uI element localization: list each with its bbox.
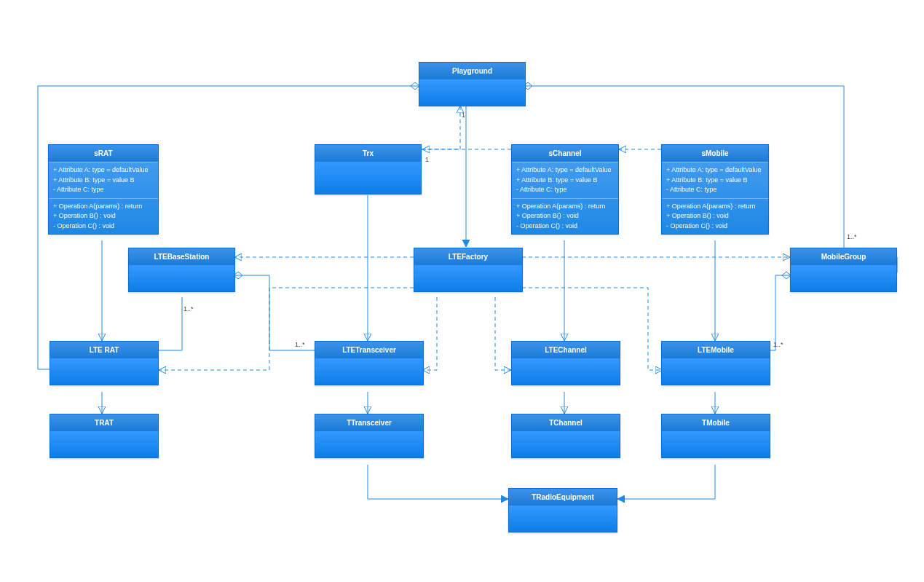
class-srat[interactable]: sRAT + Attribute A: type = defaultValue … [48, 144, 159, 235]
multiplicity: 1..* [183, 305, 194, 312]
class-playground[interactable]: Playground [419, 62, 526, 106]
class-title: sMobile [662, 145, 768, 162]
class-smobile[interactable]: sMobile + Attribute A: type = defaultVal… [661, 144, 769, 235]
multiplicity: 1 [462, 111, 465, 119]
class-tchannel[interactable]: TChannel [511, 414, 620, 458]
class-title: sChannel [512, 145, 618, 162]
multiplicity: 1..* [295, 341, 305, 348]
class-trat[interactable]: TRAT [50, 414, 159, 458]
class-title: Playground [419, 63, 525, 79]
class-ltechannel[interactable]: LTEChannel [511, 341, 620, 385]
multiplicity: 1..* [847, 233, 857, 240]
class-ltefactory[interactable]: LTEFactory [414, 248, 523, 292]
class-ltebasestation[interactable]: LTEBaseStation [128, 248, 235, 292]
class-tmobile[interactable]: TMobile [661, 414, 770, 458]
class-trx[interactable]: Trx [315, 144, 422, 194]
class-lterat[interactable]: LTE RAT [50, 341, 159, 385]
class-ltemobile[interactable]: LTEMobile [661, 341, 770, 385]
class-title: Trx [315, 145, 421, 162]
multiplicity: 1 [425, 156, 429, 163]
class-ltetransceiver[interactable]: LTETransceiver [315, 341, 424, 385]
class-title: sRAT [49, 145, 158, 162]
multiplicity: 1..* [773, 341, 783, 348]
class-mobilegroup[interactable]: MobileGroup [790, 248, 897, 292]
class-ttransceiver[interactable]: TTransceiver [315, 414, 424, 458]
class-schannel[interactable]: sChannel + Attribute A: type = defaultVa… [511, 144, 619, 235]
class-tradioequipment[interactable]: TRadioEquipment [508, 488, 617, 532]
